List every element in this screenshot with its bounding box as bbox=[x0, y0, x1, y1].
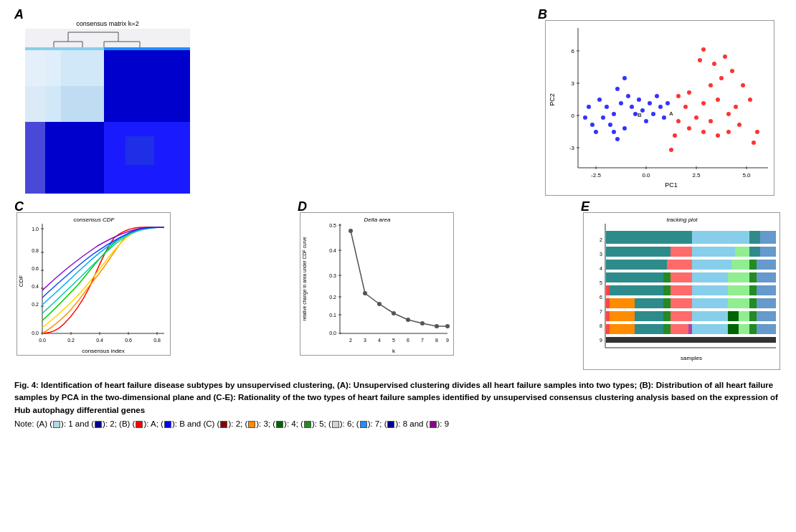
svg-text:0.0: 0.0 bbox=[642, 172, 650, 179]
svg-text:7: 7 bbox=[421, 338, 424, 343]
panel-a-title: consensus matrix k=2 bbox=[25, 20, 190, 27]
panel-a: A consensus matrix k=2 bbox=[11, 7, 204, 196]
svg-rect-243 bbox=[775, 336, 776, 337]
svg-text:3: 3 bbox=[572, 80, 575, 87]
svg-rect-229 bbox=[757, 324, 776, 334]
svg-rect-10 bbox=[25, 47, 104, 50]
svg-text:6: 6 bbox=[572, 48, 575, 54]
svg-text:0.0: 0.0 bbox=[329, 331, 336, 336]
svg-rect-174 bbox=[671, 247, 692, 257]
color-box-c5 bbox=[304, 421, 311, 428]
color-box-c3 bbox=[248, 421, 255, 428]
svg-point-42 bbox=[698, 58, 702, 62]
svg-point-70 bbox=[626, 94, 630, 98]
svg-rect-242 bbox=[763, 336, 764, 337]
svg-point-153 bbox=[406, 318, 410, 322]
svg-text:B: B bbox=[638, 112, 642, 118]
svg-rect-236 bbox=[677, 336, 678, 337]
svg-text:0.2: 0.2 bbox=[329, 295, 336, 300]
svg-rect-204 bbox=[671, 298, 692, 308]
tracking-svg: tracking plot 2 3 4 5 6 7 8 9 samples bbox=[584, 213, 781, 371]
svg-rect-186 bbox=[663, 272, 671, 282]
svg-text:0.4: 0.4 bbox=[329, 248, 336, 253]
svg-text:6: 6 bbox=[600, 295, 602, 300]
svg-rect-178 bbox=[760, 247, 776, 257]
svg-rect-200 bbox=[606, 298, 610, 308]
panel-d: D Delta area relative change in area und… bbox=[294, 199, 459, 356]
svg-rect-177 bbox=[749, 247, 760, 257]
svg-point-87 bbox=[597, 98, 602, 102]
svg-rect-222 bbox=[663, 324, 671, 334]
svg-rect-197 bbox=[728, 285, 749, 295]
panel-e: E tracking plot 2 3 4 5 6 7 8 9 bbox=[577, 199, 785, 370]
svg-text:0.2: 0.2 bbox=[67, 338, 75, 343]
caption-bold: Fig. 4: Identification of heart failure … bbox=[14, 379, 782, 417]
svg-point-86 bbox=[601, 115, 605, 120]
svg-point-40 bbox=[701, 47, 706, 52]
svg-point-65 bbox=[669, 148, 673, 152]
svg-text:5.0: 5.0 bbox=[742, 172, 751, 179]
svg-rect-220 bbox=[610, 324, 635, 334]
svg-point-47 bbox=[741, 83, 745, 87]
svg-rect-176 bbox=[735, 247, 749, 257]
svg-rect-173 bbox=[606, 247, 671, 257]
svg-rect-19 bbox=[25, 50, 45, 194]
pca-scatter-svg: 6 3 0 -3 -2.5 0.0 2.5 5.0 bbox=[546, 21, 775, 196]
svg-point-54 bbox=[683, 105, 688, 109]
svg-point-85 bbox=[605, 105, 609, 109]
svg-text:4: 4 bbox=[600, 266, 602, 271]
svg-rect-179 bbox=[606, 260, 667, 270]
svg-point-78 bbox=[648, 101, 652, 105]
svg-text:4: 4 bbox=[378, 338, 381, 343]
svg-point-64 bbox=[673, 133, 677, 138]
svg-text:0: 0 bbox=[572, 113, 575, 119]
svg-text:tracking plot: tracking plot bbox=[666, 217, 698, 223]
svg-text:PC2: PC2 bbox=[549, 93, 556, 106]
svg-point-56 bbox=[709, 119, 713, 123]
svg-rect-187 bbox=[671, 272, 692, 282]
svg-rect-195 bbox=[671, 285, 692, 295]
svg-rect-0 bbox=[25, 29, 190, 49]
color-box-c7 bbox=[360, 421, 367, 428]
svg-rect-11 bbox=[104, 47, 190, 50]
color-box-c9 bbox=[430, 421, 437, 428]
svg-rect-175 bbox=[692, 247, 735, 257]
svg-text:relative change in area under : relative change in area under CDF curve bbox=[302, 237, 308, 320]
svg-rect-171 bbox=[749, 231, 760, 244]
svg-point-59 bbox=[716, 133, 720, 138]
svg-rect-239 bbox=[720, 336, 721, 337]
svg-point-72 bbox=[619, 101, 623, 105]
svg-rect-189 bbox=[728, 272, 749, 282]
svg-point-154 bbox=[420, 321, 425, 326]
svg-point-41 bbox=[712, 62, 716, 66]
figure-container: A consensus matrix k=2 bbox=[0, 0, 796, 435]
svg-rect-201 bbox=[610, 298, 635, 308]
svg-rect-241 bbox=[749, 336, 749, 337]
color-box-light-blue bbox=[53, 421, 60, 428]
svg-rect-199 bbox=[757, 285, 776, 295]
svg-text:9: 9 bbox=[446, 338, 449, 343]
svg-point-149 bbox=[349, 229, 353, 233]
color-box-c8 bbox=[387, 421, 394, 428]
svg-point-63 bbox=[755, 130, 759, 134]
svg-text:samples: samples bbox=[681, 355, 702, 361]
svg-point-83 bbox=[612, 112, 616, 116]
svg-rect-169 bbox=[606, 231, 692, 244]
svg-point-155 bbox=[435, 324, 439, 328]
svg-text:0.3: 0.3 bbox=[329, 273, 336, 278]
panel-a-label: A bbox=[14, 7, 24, 22]
svg-text:0.4: 0.4 bbox=[96, 338, 103, 343]
svg-point-82 bbox=[665, 101, 670, 105]
svg-text:0.4: 0.4 bbox=[32, 284, 39, 289]
svg-rect-172 bbox=[760, 231, 776, 244]
svg-rect-184 bbox=[757, 260, 776, 270]
svg-point-49 bbox=[734, 105, 738, 109]
svg-rect-183 bbox=[749, 260, 757, 270]
svg-rect-210 bbox=[610, 311, 635, 321]
delta-svg: Delta area relative change in area under… bbox=[300, 213, 455, 356]
svg-point-92 bbox=[612, 130, 616, 134]
svg-point-151 bbox=[377, 302, 382, 306]
svg-rect-193 bbox=[610, 285, 663, 295]
svg-text:-2.5: -2.5 bbox=[591, 172, 601, 179]
svg-text:8: 8 bbox=[600, 323, 602, 328]
